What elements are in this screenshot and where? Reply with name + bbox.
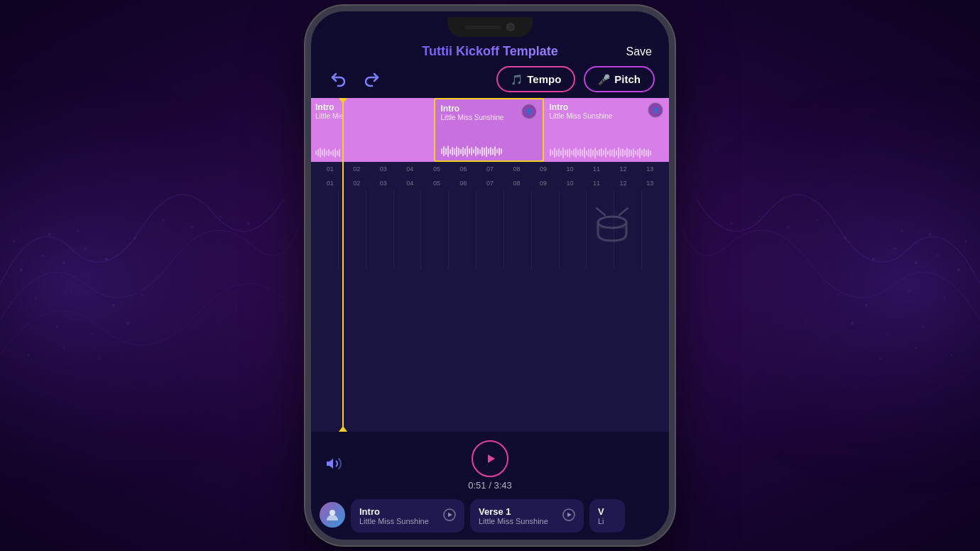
header: Tuttii Kickoff Template Save <box>311 38 669 63</box>
svg-point-35 <box>887 333 889 335</box>
ruler-tick: 11 <box>583 165 610 173</box>
song-card-verse1[interactable]: Verse 1 Little Miss Sunshine <box>470 499 584 533</box>
play-controls: 0:51 / 3:43 <box>468 440 511 491</box>
svg-point-38 <box>915 347 918 349</box>
svg-point-1 <box>20 268 23 271</box>
svg-point-14 <box>63 347 65 349</box>
song-info-intro: Intro Little Miss Sunshine <box>359 506 436 525</box>
svg-point-28 <box>894 248 896 250</box>
svg-point-43 <box>844 236 846 239</box>
tempo-label: Tempo <box>527 73 561 85</box>
song-card-v[interactable]: V Li <box>589 499 625 533</box>
clip-intro-3[interactable]: Intro Little Miss Sunshine 👤 <box>544 98 670 162</box>
top-track: Intro Little Mis <box>311 98 669 162</box>
tempo-icon: 🎵 <box>511 74 523 85</box>
bottom-ruler: 01 02 03 04 05 06 07 08 09 10 11 12 13 <box>311 176 669 190</box>
svg-point-22 <box>219 216 222 218</box>
svg-line-52 <box>619 208 628 215</box>
clip1-title: Intro <box>315 102 430 112</box>
song-card-play-verse1[interactable] <box>562 508 575 523</box>
ruler-tick: 01 <box>317 165 344 173</box>
ruler-tick: 02 <box>344 165 371 173</box>
svg-point-24 <box>682 71 980 497</box>
toolbar: 🎵 Tempo 🎤 Pitch <box>311 63 669 98</box>
ruler-tick: 12 <box>610 165 637 173</box>
ruler-tick: 09 <box>530 165 557 173</box>
svg-point-15 <box>98 357 101 360</box>
svg-point-23 <box>247 222 250 225</box>
redo-button[interactable] <box>359 67 385 92</box>
clip3-avatar: 👤 <box>648 102 663 118</box>
clip3-title: Intro <box>550 102 664 112</box>
svg-point-21 <box>190 226 193 229</box>
svg-point-25 <box>957 268 960 271</box>
pitch-button[interactable]: 🎤 Pitch <box>584 66 655 92</box>
svg-point-34 <box>922 325 925 328</box>
song-card-title-v: V <box>598 506 616 517</box>
svg-point-42 <box>901 230 903 232</box>
play-button[interactable] <box>472 440 508 477</box>
tempo-button[interactable]: 🎵 Tempo <box>496 66 575 92</box>
svg-point-9 <box>141 294 143 296</box>
status-bar <box>311 11 669 38</box>
song-card-subtitle-verse1: Little Miss Sunshine <box>479 517 555 525</box>
svg-point-16 <box>13 241 16 243</box>
svg-point-39 <box>879 357 882 360</box>
phone-frame: Tuttii Kickoff Template Save <box>305 6 675 545</box>
song-card-subtitle-intro: Little Miss Sunshine <box>359 517 436 525</box>
song-card-play-intro[interactable] <box>443 508 456 523</box>
wave-right-decoration <box>682 0 980 551</box>
player-controls: 0:51 / 3:43 <box>311 432 669 496</box>
notch <box>447 17 533 37</box>
svg-point-45 <box>787 226 790 229</box>
svg-point-44 <box>816 219 818 222</box>
svg-point-3 <box>62 261 65 264</box>
cursor-bottom-handle[interactable] <box>339 426 347 432</box>
ruler-tick: 13 <box>636 165 663 173</box>
time-display: 0:51 / 3:43 <box>468 480 511 491</box>
ruler-tick: 06 <box>450 165 477 173</box>
clip3-waveform <box>550 146 664 159</box>
drum-icon <box>591 207 633 252</box>
wave-left-decoration <box>0 0 298 551</box>
clip-intro-selected[interactable]: Intro Little Miss Sunshine 👤 <box>434 98 544 162</box>
top-ruler: 01 02 03 04 05 06 07 08 09 10 11 12 13 <box>311 162 669 176</box>
clip1-waveform <box>315 146 430 159</box>
clip1-subtitle: Little Mis <box>315 112 430 120</box>
svg-point-32 <box>865 304 868 307</box>
speaker-icon <box>465 26 501 29</box>
song-list-avatar <box>320 502 345 528</box>
svg-point-53 <box>330 510 335 515</box>
song-card-intro[interactable]: Intro Little Miss Sunshine <box>351 499 464 533</box>
save-button[interactable]: Save <box>626 45 652 58</box>
cursor-top-handle[interactable] <box>339 98 347 104</box>
svg-point-47 <box>730 222 733 225</box>
clip2-avatar: 👤 <box>521 104 537 119</box>
camera-icon <box>506 23 515 31</box>
song-card-title-verse1: Verse 1 <box>479 506 555 517</box>
volume-icon[interactable] <box>325 455 342 476</box>
clip-intro-1[interactable]: Intro Little Mis <box>311 98 434 162</box>
svg-point-36 <box>851 322 854 324</box>
svg-point-46 <box>759 216 761 218</box>
song-card-title-intro: Intro <box>359 506 436 517</box>
undo-button[interactable] <box>325 67 351 92</box>
clip3-subtitle: Little Miss Sunshine <box>550 112 664 120</box>
timeline-cursor <box>342 98 344 432</box>
svg-point-11 <box>92 333 94 335</box>
ruler-tick: 07 <box>477 165 503 173</box>
svg-point-41 <box>929 233 932 236</box>
svg-point-5 <box>105 258 108 261</box>
svg-line-51 <box>597 208 605 215</box>
svg-point-20 <box>163 219 165 222</box>
ruler-tick: 05 <box>423 165 450 173</box>
drum-track <box>311 190 669 268</box>
svg-point-37 <box>950 354 953 356</box>
svg-point-7 <box>70 290 72 293</box>
svg-point-49 <box>598 217 626 228</box>
svg-point-13 <box>27 354 30 356</box>
ruler-tick: 10 <box>557 165 584 173</box>
phone-device: Tuttii Kickoff Template Save <box>305 6 675 545</box>
song-info-v: V Li <box>598 506 616 525</box>
svg-point-29 <box>872 258 875 261</box>
